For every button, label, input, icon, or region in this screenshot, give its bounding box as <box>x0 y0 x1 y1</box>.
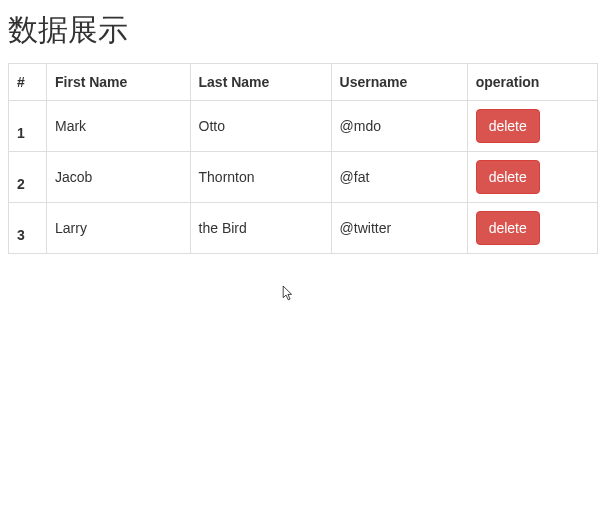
table-header-row: # First Name Last Name Username operatio… <box>9 64 598 101</box>
cell-username: @fat <box>331 152 467 203</box>
cell-first-name: Larry <box>47 203 191 254</box>
col-header-operation: operation <box>467 64 597 101</box>
cell-username: @twitter <box>331 203 467 254</box>
delete-button[interactable]: delete <box>476 109 540 143</box>
cell-first-name: Mark <box>47 101 191 152</box>
cell-operation: delete <box>467 203 597 254</box>
delete-button[interactable]: delete <box>476 160 540 194</box>
cell-operation: delete <box>467 101 597 152</box>
col-header-index: # <box>9 64 47 101</box>
cell-first-name: Jacob <box>47 152 191 203</box>
col-header-last-name: Last Name <box>190 64 331 101</box>
row-index: 1 <box>9 101 47 152</box>
row-index: 3 <box>9 203 47 254</box>
table-row: 3 Larry the Bird @twitter delete <box>9 203 598 254</box>
col-header-first-name: First Name <box>47 64 191 101</box>
cell-last-name: the Bird <box>190 203 331 254</box>
cell-username: @mdo <box>331 101 467 152</box>
cell-last-name: Thornton <box>190 152 331 203</box>
row-index: 2 <box>9 152 47 203</box>
data-table: # First Name Last Name Username operatio… <box>8 63 598 254</box>
table-row: 1 Mark Otto @mdo delete <box>9 101 598 152</box>
cell-last-name: Otto <box>190 101 331 152</box>
delete-button[interactable]: delete <box>476 211 540 245</box>
page-title: 数据展示 <box>8 10 598 51</box>
cell-operation: delete <box>467 152 597 203</box>
col-header-username: Username <box>331 64 467 101</box>
table-row: 2 Jacob Thornton @fat delete <box>9 152 598 203</box>
